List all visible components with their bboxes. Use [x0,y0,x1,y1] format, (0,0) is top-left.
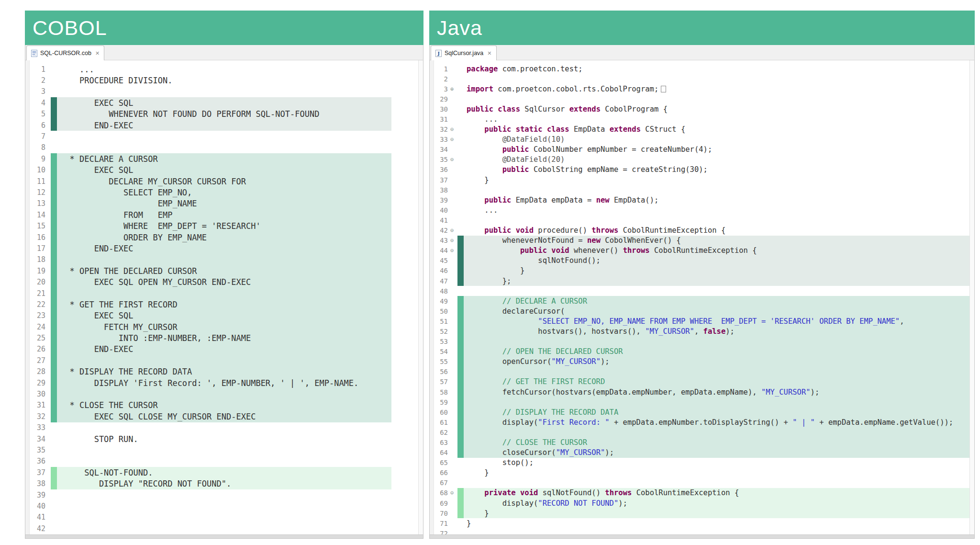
token: EmpData [569,125,610,134]
bar-spacer [51,456,57,467]
token: closeCursor( [467,448,556,457]
token: void [551,246,569,255]
code-text: } [464,176,489,184]
line-number: 21 [29,288,48,299]
line-number: 36 [434,165,450,175]
line-number: 71 [434,518,450,528]
highlight-bar [457,488,464,498]
code-line: 67 [434,478,974,488]
highlight-bar [457,236,464,246]
line-number: 26 [29,344,48,355]
token: FETCH MY_CURSOR [60,322,178,332]
token: CobolRuntimeException { [632,488,739,497]
code-line: 68⊖ private void sqlNotFound() throws Co… [434,488,974,498]
line-number: 16 [29,232,48,243]
code-text-area [457,397,969,407]
code-text-area: public void whenever() throws CobolRunti… [457,246,969,256]
folded-region-box[interactable] [661,86,666,92]
code-text-area: package com.proetcon.test; [457,64,969,74]
highlight-bar [51,232,57,243]
java-code-editor[interactable]: 1package com.proetcon.test;23⊕import com… [430,60,974,534]
token [467,377,502,386]
token: "RECORD NOT FOUND" [538,499,618,508]
token: wheneverNotFound = [467,236,587,245]
fold-minus-icon[interactable]: ⊖ [450,488,457,498]
code-text-area [457,427,969,437]
fold-gutter [450,478,457,488]
code-text-area: * CLOSE THE CURSOR [51,400,391,411]
code-text: fetchCursor(hostvars(empData.empNumber, … [464,388,819,397]
highlight-bar [457,246,464,256]
fold-gutter [450,448,457,458]
horizontal-scrollbar-track[interactable] [430,534,974,538]
code-text: private void sqlNotFound() throws CobolR… [464,488,739,497]
token: // GET THE FIRST RECORD [502,377,605,386]
highlight-bar [51,120,57,131]
code-line: 72 [434,528,974,534]
code-text-area [51,456,391,467]
fold-gutter [450,175,457,185]
token: * GET THE FIRST RECORD [60,300,178,309]
token [493,105,498,114]
fold-minus-icon[interactable]: ⊖ [450,125,457,135]
token: + empData.empNumber.toDisplayString() + [610,418,793,427]
line-number: 38 [434,185,450,195]
horizontal-scrollbar-track[interactable] [25,534,423,538]
tab-sql-cursor-cob[interactable]: SQL-CURSOR.cob ✕ [26,45,104,60]
tab-close-icon[interactable]: ✕ [486,50,491,57]
line-number: 41 [434,215,450,225]
code-line: 38 DISPLAY "RECORD NOT FOUND". [29,478,423,489]
highlight-bar [457,498,464,508]
line-number: 52 [434,326,450,336]
fold-minus-icon[interactable]: ⊖ [450,135,457,145]
token [467,488,484,497]
tab-sqlcursor-java[interactable]: J SqlCursor.java ✕ [431,45,497,60]
fold-gutter [450,326,457,336]
fold-minus-icon[interactable]: ⊖ [450,226,457,236]
code-text: SQL-NOT-FOUND. [57,468,153,477]
code-text: END-EXEC [57,244,134,253]
tab-close-icon[interactable]: ✕ [94,50,100,57]
fold-gutter [450,377,457,387]
token [547,246,551,255]
code-text: } [464,468,489,477]
highlight-bar [51,299,57,310]
code-line: 52 hostvars(), hostvars(), "MY_CURSOR", … [434,326,974,336]
token: throws [591,226,618,235]
line-number: 35 [29,444,48,455]
code-text-area: ... [457,205,969,215]
fold-minus-icon[interactable]: ⊖ [450,236,457,246]
line-number: 28 [29,366,48,377]
line-number: 61 [434,417,450,427]
fold-gutter [450,367,457,377]
code-text-area: } [457,468,969,478]
code-line: 1package com.proetcon.test; [434,64,974,74]
fold-minus-icon[interactable]: ⊖ [450,246,457,256]
line-number: 23 [29,310,48,321]
token: // DISPLAY THE RECORD DATA [502,408,619,417]
code-text-area [457,74,969,84]
token: whenever() [569,246,623,255]
code-text: END-EXEC [57,344,134,354]
fold-plus-icon[interactable]: ⊕ [450,84,457,94]
token [467,246,520,255]
code-text-area: wheneverNotFound = new CobolWhenEver() { [457,236,969,246]
code-text-area: } [457,175,969,185]
cobol-code-editor[interactable]: 1 ...2 PROCEDURE DIVISION.34 EXEC SQL5 W… [25,60,423,534]
line-number: 17 [29,243,48,254]
code-text-area: openCursor("MY_CURSOR"); [457,357,969,367]
fold-gutter [450,215,457,225]
code-line: 34 public CobolNumber empNumber = create… [434,145,974,155]
fold-gutter [450,185,457,195]
bar-spacer [457,155,464,165]
code-text: WHERE EMP_DEPT = 'RESEARCH' [57,221,261,231]
token: ); [618,499,627,508]
token: extends [569,105,601,114]
code-line: 53 [434,337,974,347]
code-text-area: // OPEN THE DECLARED CURSOR [457,347,969,357]
highlight-bar [51,467,57,478]
token: public [467,105,493,114]
fold-minus-icon[interactable]: ⊖ [450,155,457,165]
cobol-tab-bar: SQL-CURSOR.cob ✕ [25,45,423,60]
fold-gutter [450,114,457,124]
